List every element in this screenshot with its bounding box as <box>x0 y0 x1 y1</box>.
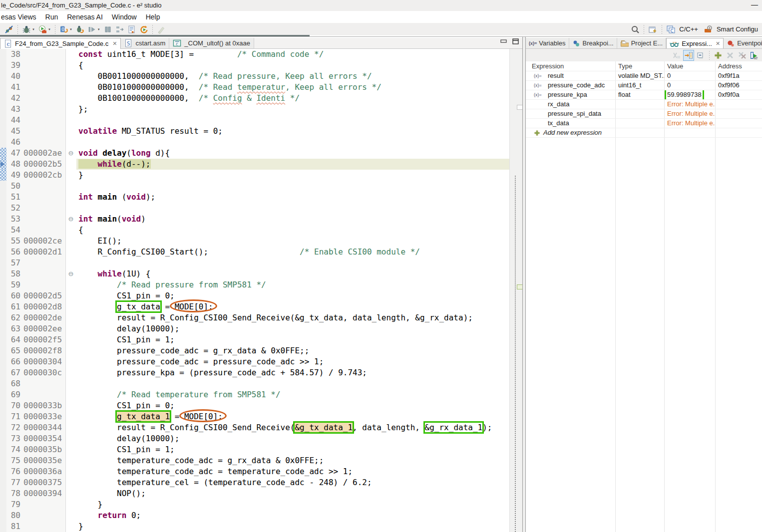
line-number[interactable]: 60 <box>6 290 20 301</box>
code-text[interactable]: }; <box>76 104 509 115</box>
line-number[interactable]: 65 <box>6 345 20 356</box>
code-text[interactable]: delay(10000); <box>76 323 509 334</box>
line-number[interactable]: 74 <box>6 444 20 455</box>
line-ruler[interactable] <box>0 137 6 148</box>
view-tab-variables[interactable]: (x)=Variables <box>526 38 569 48</box>
editor-tab-2[interactable]: Scstart.asm <box>121 38 169 48</box>
line-ruler[interactable] <box>0 334 6 345</box>
line-number[interactable]: 76 <box>6 466 20 477</box>
load-script-icon[interactable] <box>126 24 137 35</box>
cpp-perspective-icon[interactable]: C <box>665 24 677 35</box>
line-number[interactable]: 64 <box>6 334 20 345</box>
minimize-view-icon[interactable] <box>500 38 507 44</box>
minimize-window-icon[interactable]: — <box>751 0 758 10</box>
fold-collapse-icon[interactable]: ⊖ <box>65 214 76 225</box>
cpp-perspective-label[interactable]: C/C++ <box>679 25 698 33</box>
line-ruler[interactable] <box>0 400 6 411</box>
code-text[interactable]: CS1_pin = 0; <box>76 290 509 301</box>
line-ruler[interactable] <box>0 389 6 400</box>
line-ruler[interactable] <box>0 203 6 214</box>
add-expression-icon[interactable] <box>713 50 724 61</box>
pause-icon[interactable] <box>102 24 113 35</box>
code-text[interactable] <box>76 258 509 268</box>
add-new-expression-row[interactable]: Add new expression <box>526 128 762 138</box>
code-text[interactable]: temperature_code_adc = g_rx_data & 0x0FF… <box>76 455 509 466</box>
dropdown-arrow-icon[interactable]: ▼ <box>48 28 51 31</box>
line-number[interactable]: 50 <box>6 181 20 192</box>
dropdown-arrow-icon[interactable]: ▼ <box>69 28 72 31</box>
editor-tab-1[interactable]: cF24_from_G23_Sample_Code.c✕ <box>0 38 121 49</box>
skip-all-breakpoints-icon[interactable] <box>3 24 14 35</box>
code-text[interactable]: } <box>76 170 509 181</box>
line-number[interactable]: 54 <box>6 225 20 236</box>
editor-panel-sash[interactable] <box>522 37 526 532</box>
line-number[interactable]: 53 <box>6 214 20 225</box>
line-ruler[interactable] <box>0 60 6 71</box>
line-number[interactable]: 55 <box>6 236 20 247</box>
line-ruler[interactable] <box>0 192 6 203</box>
line-number[interactable]: 43 <box>6 104 20 115</box>
line-number[interactable]: 51 <box>6 192 20 203</box>
code-text[interactable] <box>76 378 509 389</box>
code-text[interactable] <box>76 181 509 192</box>
editor-tab-3[interactable]: c_COM_ultof() at 0xaae <box>169 38 254 48</box>
dropdown-arrow-icon[interactable]: ▼ <box>32 28 35 31</box>
code-text[interactable]: int main (void); <box>76 192 509 203</box>
instruction-pointer-range[interactable] <box>0 170 6 181</box>
code-text[interactable]: /* Read pressure from SMP581 */ <box>76 279 509 290</box>
menu-item-renesas-ai[interactable]: Renesas AI <box>62 11 107 23</box>
line-number[interactable]: 67 <box>6 367 20 378</box>
line-ruler[interactable] <box>0 323 6 334</box>
line-number[interactable]: 52 <box>6 203 20 214</box>
column-header-type[interactable]: Type <box>615 61 664 71</box>
code-text[interactable]: return 0; <box>76 510 509 521</box>
expression-row[interactable]: pressure_spi_dataError: Multiple e... <box>526 109 762 119</box>
code-text[interactable]: pressure_kpa = (pressure_code_adc + 584.… <box>76 367 509 378</box>
attach-debug-icon[interactable] <box>74 24 85 35</box>
code-text[interactable]: R_Config_CSI00_Start(); /* Enable CSI00 … <box>76 247 509 258</box>
step-filters-icon[interactable] <box>114 24 125 35</box>
line-number[interactable]: 49 <box>6 170 20 181</box>
fold-collapse-icon[interactable]: ⊖ <box>65 268 76 279</box>
line-ruler[interactable] <box>0 214 6 225</box>
open-perspective-icon[interactable] <box>647 24 659 35</box>
line-ruler[interactable] <box>0 225 6 236</box>
code-text[interactable]: delay(10000); <box>76 433 509 444</box>
line-number[interactable]: 75 <box>6 455 20 466</box>
fold-collapse-icon[interactable]: ⊖ <box>65 148 76 159</box>
line-ruler[interactable] <box>0 258 6 268</box>
line-number[interactable]: 69 <box>6 389 20 400</box>
expression-row[interactable]: (x)=resultvolatile MD_ST...00xf9f1a <box>526 71 762 81</box>
realtime-expression-icon[interactable]: RT <box>749 50 760 61</box>
run-icon[interactable]: ▼ <box>37 24 52 35</box>
code-text[interactable]: { <box>76 225 509 236</box>
line-number[interactable]: 68 <box>6 378 20 389</box>
code-text[interactable]: { <box>76 60 509 71</box>
code-text[interactable]: volatile MD_STATUS result = 0; <box>76 126 509 137</box>
line-number[interactable]: 73 <box>6 433 20 444</box>
overview-ruler[interactable] <box>509 49 522 532</box>
view-tab-breakpoi[interactable]: Breakpoi... <box>569 38 617 48</box>
code-text[interactable]: /* Read temperature from SMP581 */ <box>76 389 509 400</box>
scrollbar-thumb[interactable] <box>515 176 516 532</box>
line-ruler[interactable] <box>0 510 6 521</box>
code-text[interactable]: result = R_Config_CSI00_Send_Receive(&g_… <box>76 422 509 433</box>
resume-launch-icon[interactable]: ▼ <box>86 24 101 35</box>
dropdown-arrow-icon[interactable]: ▼ <box>97 28 100 31</box>
line-number[interactable]: 77 <box>6 477 20 488</box>
view-tab-projecte[interactable]: Project E... <box>617 38 667 48</box>
line-number[interactable]: 56 <box>6 247 20 258</box>
remove-expression-icon[interactable] <box>725 50 736 61</box>
line-ruler[interactable] <box>0 422 6 433</box>
line-ruler[interactable] <box>0 49 6 60</box>
code-text[interactable]: result = R_Config_CSI00_Send_Receive(&g_… <box>76 312 509 323</box>
line-number[interactable]: 40 <box>6 71 20 82</box>
line-number[interactable]: 80 <box>6 510 20 521</box>
line-ruler[interactable] <box>0 71 6 82</box>
remove-all-expressions-icon[interactable] <box>737 50 748 61</box>
smart-configurator-label[interactable]: Smart Configu <box>717 25 758 33</box>
column-header-address[interactable]: Address <box>715 61 762 71</box>
code-text[interactable]: temperature_code_adc = temperature_code_… <box>76 466 509 477</box>
line-ruler[interactable] <box>0 433 6 444</box>
code-text[interactable]: g_tx_data_1 = MODE[0]; <box>76 411 509 422</box>
